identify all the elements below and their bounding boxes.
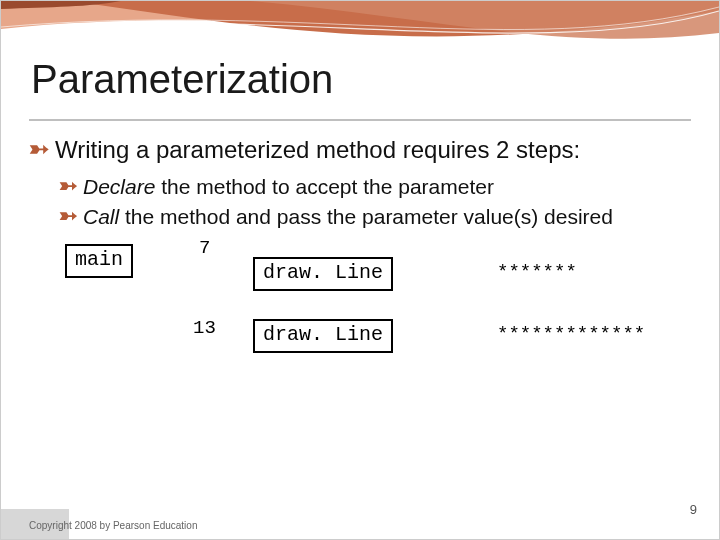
diagram-row-2: 13 draw. Line ************* bbox=[65, 319, 679, 369]
title-underline bbox=[29, 119, 691, 121]
slide: Parameterization ➳Writing a parameterize… bbox=[0, 0, 720, 540]
slide-title: Parameterization bbox=[31, 57, 333, 102]
output-stars-2: ************* bbox=[497, 323, 645, 345]
body-text: ➳Writing a parameterized method requires… bbox=[29, 135, 691, 232]
sub2-rest: the method and pass the parameter value(… bbox=[119, 205, 613, 228]
bullet-icon: ➳ bbox=[59, 172, 77, 200]
sub1-rest: the method to accept the parameter bbox=[155, 175, 494, 198]
diagram-row-1: main 7 draw. Line ******* bbox=[65, 257, 679, 307]
bullet1-text: Writing a parameterized method requires … bbox=[55, 136, 580, 163]
box-drawline-1: draw. Line bbox=[253, 257, 393, 291]
box-main: main bbox=[65, 244, 133, 278]
bullet-level2-call: ➳Call the method and pass the parameter … bbox=[59, 203, 691, 231]
bullet-icon: ➳ bbox=[29, 134, 49, 164]
arg-13: 13 bbox=[193, 317, 216, 339]
copyright-footer: Copyright 2008 by Pearson Education bbox=[29, 520, 197, 531]
swoosh-svg bbox=[1, 1, 719, 63]
box-drawline-2: draw. Line bbox=[253, 319, 393, 353]
decorative-swoosh bbox=[1, 1, 719, 63]
bullet-icon: ➳ bbox=[59, 202, 77, 230]
bullet-level1: ➳Writing a parameterized method requires… bbox=[29, 135, 691, 165]
bullet-level2-declare: ➳Declare the method to accept the parame… bbox=[59, 173, 691, 201]
sub2-em: Call bbox=[83, 205, 119, 228]
sub1-em: Declare bbox=[83, 175, 155, 198]
call-diagram: main 7 draw. Line ******* 13 draw. Line … bbox=[65, 257, 679, 369]
page-number: 9 bbox=[690, 502, 697, 517]
output-stars-1: ******* bbox=[497, 261, 577, 283]
arg-7: 7 bbox=[199, 237, 210, 259]
